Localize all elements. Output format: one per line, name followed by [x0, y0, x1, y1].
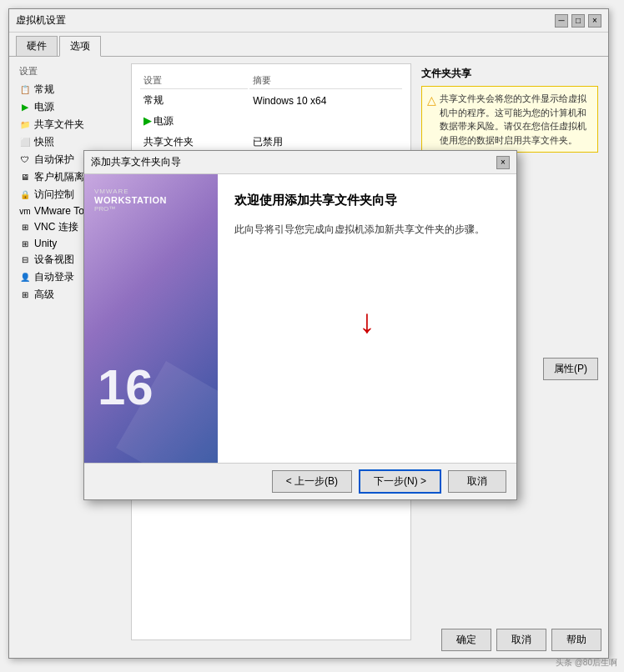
general-icon: 📋	[19, 85, 31, 94]
wizard-title-bar: 添加共享文件夹向导 ×	[84, 151, 516, 174]
sidebar-item-power[interactable]: ▶ 电源	[16, 98, 124, 116]
watermark-text: 头条 @80后生啊	[556, 658, 617, 667]
table-row[interactable]: 共享文件夹 已禁用	[140, 133, 402, 152]
pro-label: PRO™	[94, 205, 167, 213]
snapshots-icon: ⬜	[19, 138, 31, 147]
wizard-footer: < 上一步(B) 下一步(N) > 取消	[84, 463, 516, 499]
title-bar: 虚拟机设置 ─ □ ×	[9, 9, 608, 33]
sidebar-label-guest-isolation: 客户机隔离	[34, 170, 84, 184]
col-summary: 摘要	[249, 73, 402, 89]
power-arrow-icon: ▶	[19, 103, 31, 112]
warning-icon: △	[427, 92, 436, 147]
wizard-heading: 欢迎使用添加共享文件夹向导	[234, 191, 500, 208]
advanced-icon: ⊞	[19, 290, 31, 299]
access-control-icon: 🔒	[19, 190, 31, 199]
sidebar-header: 设置	[16, 63, 124, 79]
close-button[interactable]: ×	[588, 14, 601, 28]
sidebar-label-autologin: 自动登录	[34, 270, 74, 284]
wizard-content: 欢迎使用添加共享文件夹向导 此向导将引导您完成向虚拟机添加新共享文件夹的步骤。 …	[218, 174, 516, 463]
workstation-label: WORKSTATION	[94, 195, 167, 205]
wizard-title: 添加共享文件夹向导	[91, 155, 181, 169]
warning-box: △ 共享文件夹会将您的文件显示给虚拟机中的程序。这可能为您的计算机和数据带来风险…	[421, 86, 598, 153]
sidebar-label-power: 电源	[34, 100, 54, 114]
properties-button[interactable]: 属性(P)	[543, 358, 598, 380]
cancel-button[interactable]: 取消	[496, 629, 546, 651]
sidebar-label-autoprotect: 自动保护	[34, 153, 74, 167]
wizard-dialog: 添加共享文件夹向导 × VMWARE WORKSTATION PRO™ 16 欢…	[83, 150, 517, 500]
vmware-tools-icon: vm	[19, 207, 31, 216]
table-row[interactable]: 常规 Windows 10 x64	[140, 91, 402, 110]
setting-summary	[249, 112, 402, 131]
wizard-cancel-button[interactable]: 取消	[448, 470, 506, 493]
bottom-buttons: 确定 取消 帮助	[441, 629, 601, 651]
sidebar-item-shared-folders[interactable]: 📁 共享文件夹	[16, 116, 124, 133]
device-view-icon: ⊟	[19, 255, 31, 264]
tabs-bar: 硬件 选项	[9, 33, 608, 57]
power-play-icon: ▶	[143, 115, 151, 127]
shared-folders-icon: 📁	[19, 120, 31, 129]
minimize-button[interactable]: ─	[555, 14, 568, 28]
sidebar-label-snapshots: 快照	[34, 135, 54, 149]
wizard-body: VMWARE WORKSTATION PRO™ 16 欢迎使用添加共享文件夹向导…	[84, 174, 516, 463]
setting-name: ▶ 电源	[140, 112, 248, 131]
unity-icon: ⊞	[19, 239, 31, 248]
right-panel-title: 文件夹共享	[421, 67, 598, 81]
vnc-icon: ⊞	[19, 223, 31, 232]
sidebar-label-unity: Unity	[34, 238, 57, 249]
wizard-logo: VMWARE WORKSTATION PRO™	[94, 188, 167, 213]
watermark: 头条 @80后生啊	[556, 657, 617, 669]
sidebar-item-snapshots[interactable]: ⬜ 快照	[16, 133, 124, 151]
setting-name: 共享文件夹	[140, 133, 248, 152]
wizard-next-button[interactable]: 下一步(N) >	[359, 469, 441, 494]
guest-isolation-icon: 🖥	[19, 173, 31, 182]
window-title: 虚拟机设置	[16, 13, 66, 28]
autologin-icon: 👤	[19, 273, 31, 282]
tab-options[interactable]: 选项	[59, 36, 101, 57]
wizard-prev-button[interactable]: < 上一步(B)	[272, 470, 352, 493]
sidebar-label-vnc: VNC 连接	[34, 220, 78, 234]
tab-hardware[interactable]: 硬件	[16, 36, 58, 56]
red-arrow-icon: ↓	[359, 304, 375, 338]
wizard-close-button[interactable]: ×	[496, 156, 510, 169]
sidebar-label-shared-folders: 共享文件夹	[34, 118, 84, 132]
wizard-banner: VMWARE WORKSTATION PRO™ 16	[84, 174, 218, 463]
table-row[interactable]: ▶ 电源	[140, 112, 402, 131]
sidebar-label-general: 常规	[34, 83, 54, 97]
arrow-indicator: ↓	[234, 288, 500, 338]
sidebar-label-device-view: 设备视图	[34, 253, 74, 267]
sidebar-item-general[interactable]: 📋 常规	[16, 81, 124, 98]
confirm-button[interactable]: 确定	[441, 629, 491, 651]
wizard-description: 此向导将引导您完成向虚拟机添加新共享文件夹的步骤。	[234, 222, 500, 238]
setting-summary: Windows 10 x64	[249, 91, 402, 110]
vmware-label: VMWARE	[94, 188, 167, 195]
sidebar-label-access-control: 访问控制	[34, 188, 74, 202]
col-setting: 设置	[140, 73, 248, 89]
maximize-button[interactable]: □	[571, 14, 585, 28]
sidebar-label-advanced: 高级	[34, 288, 54, 302]
setting-summary: 已禁用	[249, 133, 402, 152]
warning-text: 共享文件夹会将您的文件显示给虚拟机中的程序。这可能为您的计算机和数据带来风险。请…	[440, 92, 592, 147]
title-controls: ─ □ ×	[555, 14, 601, 28]
autoprotect-icon: 🛡	[19, 155, 31, 164]
setting-name: 常规	[140, 91, 248, 110]
help-button[interactable]: 帮助	[551, 629, 601, 651]
